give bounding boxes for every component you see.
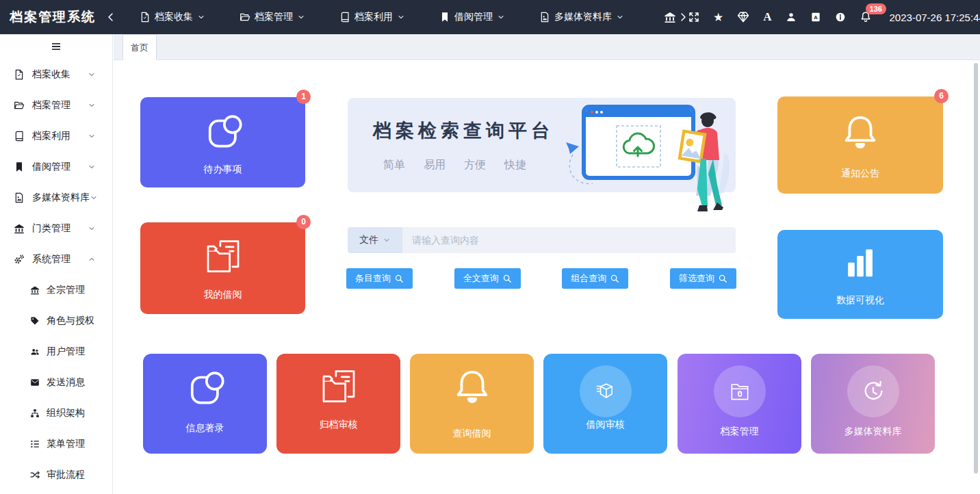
sidebar-item-label: 系统管理: [32, 253, 88, 265]
language-translate-icon[interactable]: [810, 12, 821, 23]
notice-count-badge: 6: [934, 89, 949, 103]
gem-theme-icon[interactable]: [737, 11, 749, 23]
sidebar-subitem-roles[interactable]: 角色与授权: [0, 305, 112, 336]
fulltext-query-button[interactable]: 全文查询: [454, 268, 521, 289]
sidebar-item-system[interactable]: 系统管理: [0, 244, 112, 274]
chevron-down-icon: [197, 13, 205, 21]
topnav-item-use[interactable]: 档案利用: [339, 11, 405, 23]
button-label: 筛选查询: [679, 272, 714, 285]
sidebar-item-collect[interactable]: 档案收集: [0, 59, 112, 90]
topnav-item-manage[interactable]: 档案管理: [240, 11, 305, 23]
filter-query-button[interactable]: 筛选查询: [670, 268, 736, 289]
sidebar-subitem-users[interactable]: 用户管理: [0, 336, 112, 367]
sidebar-item-label: 借阅管理: [32, 161, 88, 173]
button-label: 条目查询: [355, 272, 391, 285]
button-label: 组合查询: [571, 272, 606, 285]
bank-icon: [30, 285, 40, 295]
todo-card[interactable]: 1 待办事项: [140, 97, 305, 187]
chevron-down-icon: [397, 13, 405, 21]
clipboard-icon: [183, 366, 228, 411]
notice-card[interactable]: 6 通知公告: [777, 96, 943, 194]
topnav-label: 借阅管理: [454, 11, 493, 23]
hamburger-menu-icon[interactable]: [0, 34, 112, 59]
list-icon: [30, 439, 40, 449]
chevron-down-icon: [616, 13, 624, 21]
shortcut-borrow-review[interactable]: 借阅审核: [543, 354, 667, 454]
chevron-down-icon: [88, 163, 96, 171]
icon-circle: [714, 365, 766, 417]
sidebar-item-lending[interactable]: 借阅管理: [0, 151, 112, 182]
sidebar-subitem-fonds[interactable]: 全宗管理: [0, 274, 112, 305]
sidebar-item-use[interactable]: 档案利用: [0, 120, 112, 151]
sidebar-item-label: 多媒体资料库: [32, 192, 90, 204]
sidebar-subitem-org[interactable]: 组织架构: [0, 398, 112, 428]
info-icon[interactable]: [835, 12, 846, 23]
bell-icon: [838, 112, 883, 157]
combined-query-button[interactable]: 组合查询: [562, 268, 628, 289]
fullscreen-icon[interactable]: [688, 12, 699, 23]
folder-document-icon: [201, 235, 246, 280]
card-label: 信息著录: [143, 422, 267, 434]
clock-refresh-icon: [860, 378, 887, 405]
vertical-scrollbar[interactable]: [974, 63, 978, 473]
shortcut-multimedia-library[interactable]: 多媒体资料库: [811, 354, 935, 454]
search-input[interactable]: [402, 227, 736, 253]
card-label: 查询借阅: [410, 428, 534, 440]
query-buttons: 条目查询 全文查询 组合查询 筛选查询: [346, 268, 736, 289]
topnav-item-collect[interactable]: 档案收集: [140, 11, 205, 23]
tag-icon: [30, 316, 40, 326]
bookmark-icon: [439, 12, 450, 23]
collapse-menu-button[interactable]: [105, 12, 116, 23]
clipboard-icon: [201, 109, 246, 155]
shortcut-archive-review[interactable]: 归档审核: [276, 354, 400, 454]
tab-bar: 首页: [114, 34, 980, 60]
nav-scroll-right-icon[interactable]: [678, 12, 688, 23]
chevron-down-icon: [90, 194, 98, 202]
font-size-icon[interactable]: A: [763, 10, 771, 24]
search-icon: [394, 274, 404, 283]
card-label: 归档审核: [276, 419, 400, 431]
sidebar-subitem-messages[interactable]: 发送消息: [0, 367, 112, 398]
my-borrow-card[interactable]: 0 我的借阅: [140, 222, 305, 314]
top-nav: 档案收集 档案管理 档案利用 借阅管理 多媒体资料库: [140, 11, 688, 23]
star-favorite-icon[interactable]: ★: [713, 12, 723, 23]
topnav-item-multimedia[interactable]: 多媒体资料库: [539, 11, 624, 23]
shortcut-info-entry[interactable]: 信息著录: [143, 354, 267, 454]
button-label: 全文查询: [463, 272, 499, 285]
data-visualization-card[interactable]: 数据可视化: [777, 230, 943, 319]
topnav-item-lending[interactable]: 借阅管理: [439, 11, 505, 23]
mail-icon: [30, 378, 40, 387]
sidebar-item-multimedia[interactable]: 多媒体资料库: [0, 182, 112, 213]
topnav-label: 档案收集: [155, 11, 193, 23]
shortcut-archive-manage[interactable]: 档案管理: [678, 354, 801, 454]
shortcut-query-borrow[interactable]: 查询借阅: [410, 354, 534, 454]
sidebar-item-label: 审批流程: [47, 469, 103, 481]
top-bar: 档案管理系统 档案收集 档案管理 档案利用 借阅管理: [0, 0, 980, 34]
chevron-down-icon: [88, 132, 96, 140]
folder-icon: [240, 12, 250, 23]
bank-icon[interactable]: [664, 11, 676, 23]
chevron-down-icon: [88, 101, 96, 109]
sidebar-subitem-approval[interactable]: 审批流程: [0, 459, 112, 490]
sidebar-subitem-menus[interactable]: 菜单管理: [0, 428, 112, 459]
user-icon[interactable]: [786, 12, 797, 23]
book-icon: [339, 12, 350, 23]
card-label: 通知公告: [777, 168, 943, 180]
entry-query-button[interactable]: 条目查询: [346, 268, 413, 289]
search-category-select[interactable]: 文件: [348, 227, 402, 253]
chevron-down-icon: [88, 70, 96, 79]
borrow-count-badge: 0: [296, 215, 311, 229]
notification-bell-icon[interactable]: 136: [860, 11, 872, 23]
sidebar-item-manage[interactable]: 档案管理: [0, 90, 112, 120]
card-label: 借阅审核: [543, 419, 667, 431]
sidebar-item-label: 发送消息: [47, 376, 103, 389]
tab-home[interactable]: 首页: [122, 34, 157, 60]
archive-management-app: 档案管理系统 档案收集 档案管理 档案利用 借阅管理: [0, 0, 980, 494]
icon-circle: [847, 365, 899, 417]
search-icon: [718, 274, 727, 283]
chevron-up-icon: [88, 255, 96, 263]
sidebar-item-label: 菜单管理: [47, 438, 103, 450]
file-icon: [140, 12, 151, 23]
sidebar-item-category[interactable]: 门类管理: [0, 213, 112, 244]
card-label: 数据可视化: [777, 294, 943, 307]
